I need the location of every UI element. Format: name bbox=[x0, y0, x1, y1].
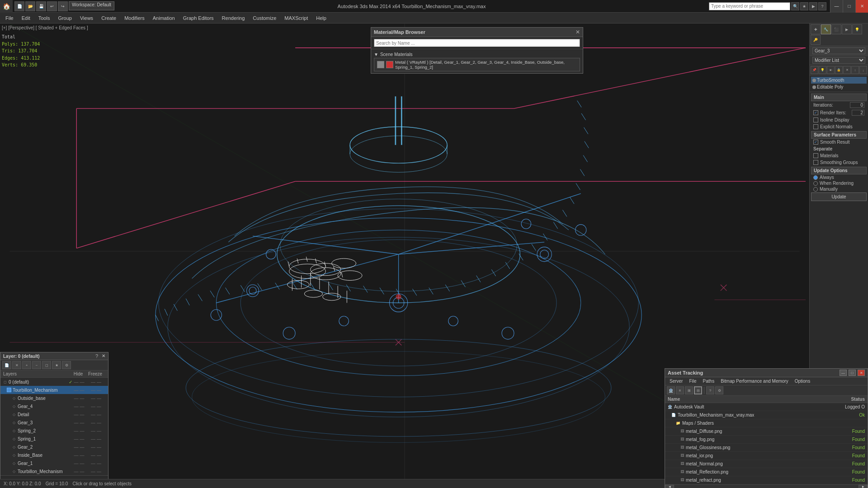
surface-params-header[interactable]: Surface Parameters bbox=[811, 131, 867, 139]
ap-tb-settings-btn[interactable]: ⚙ bbox=[715, 386, 723, 394]
layer-row-outsidebase[interactable]: ◇ Outside_base — — — — bbox=[0, 394, 108, 402]
menu-create[interactable]: Create bbox=[98, 13, 120, 23]
modify-tab-btn[interactable]: 🔧 bbox=[821, 24, 831, 34]
menu-views[interactable]: Views bbox=[76, 13, 97, 23]
asset-tracking-close-btn[interactable]: ✕ bbox=[858, 370, 865, 376]
turbosmooth-modifier-item[interactable]: TurboSmooth bbox=[811, 77, 867, 84]
menu-group[interactable]: Group bbox=[54, 13, 75, 23]
layers-panel-help-btn[interactable]: ? bbox=[95, 353, 98, 359]
editable-poly-modifier-item[interactable]: Editable Poly bbox=[811, 84, 867, 90]
menu-edit[interactable]: Edit bbox=[18, 13, 34, 23]
lp-highlight-btn[interactable]: ★ bbox=[52, 361, 61, 369]
layer-row-spring2[interactable]: ◇ Spring_2 — — — — bbox=[0, 427, 108, 435]
search-help-btn[interactable]: ? bbox=[818, 2, 826, 10]
layers-scrollbar[interactable] bbox=[0, 475, 108, 479]
asset-row-vault[interactable]: 🏦 Autodesk Vault Logged O bbox=[665, 403, 868, 411]
asset-row-diffuse[interactable]: 🖼 metal_Diffuse.png Found bbox=[665, 427, 868, 436]
lp-settings-btn[interactable]: ⚙ bbox=[62, 361, 71, 369]
scene-materials-header[interactable]: ▼ Scene Materials bbox=[374, 51, 580, 58]
asset-tracking-hscroll[interactable]: ◀ ▶ bbox=[665, 484, 868, 488]
manually-radio[interactable] bbox=[813, 187, 818, 192]
redo-btn[interactable]: ↪ bbox=[58, 1, 68, 11]
layer-row-detail[interactable]: ◇ Detail — — — — bbox=[0, 410, 108, 418]
mod-lock-btn[interactable]: 🔒 bbox=[835, 66, 843, 74]
when-rendering-radio[interactable] bbox=[813, 181, 818, 186]
ap-scroll-right-btn[interactable]: ▶ bbox=[859, 485, 868, 488]
close-btn[interactable]: ✕ bbox=[855, 0, 868, 13]
layer-row-gear4[interactable]: ◇ Gear_4 — — — — bbox=[0, 402, 108, 410]
ap-menu-server[interactable]: Server bbox=[667, 378, 685, 384]
isoline-checkbox[interactable] bbox=[813, 117, 818, 122]
ap-menu-file[interactable]: File bbox=[686, 378, 699, 384]
ap-menu-paths[interactable]: Paths bbox=[700, 378, 717, 384]
menu-animation[interactable]: Animation bbox=[149, 13, 179, 23]
layer-row-insidebase[interactable]: ◇ Inside_Base — — — — bbox=[0, 451, 108, 459]
create-tab-btn[interactable]: ✚ bbox=[811, 24, 821, 34]
ap-scroll-left-btn[interactable]: ◀ bbox=[665, 485, 674, 488]
object-name-dropdown[interactable]: Gear_3 bbox=[812, 47, 865, 54]
lp-delete-btn[interactable]: ✕ bbox=[12, 361, 21, 369]
smooth-result-checkbox[interactable]: ✓ bbox=[813, 140, 818, 145]
explicit-normals-checkbox[interactable] bbox=[813, 124, 818, 129]
menu-help[interactable]: Help bbox=[312, 13, 330, 23]
minimize-btn[interactable]: — bbox=[830, 0, 843, 13]
layer-row-tourbillon-mech[interactable]: ◇ Tourbillon_Mechanism — — — — bbox=[0, 467, 108, 475]
render-iters-checkbox[interactable]: ✓ bbox=[813, 110, 818, 115]
update-options-header[interactable]: Update Options bbox=[811, 167, 867, 174]
display-tab-btn[interactable]: 💡 bbox=[852, 24, 862, 34]
mod-show-btn[interactable]: 👁 bbox=[827, 66, 835, 74]
menu-customize[interactable]: Customize bbox=[249, 13, 280, 23]
asset-row-maps[interactable]: 📁 Maps / Shaders bbox=[665, 419, 868, 427]
maximize-btn[interactable]: □ bbox=[843, 0, 855, 13]
ap-tb-vault-btn[interactable]: 🏦 bbox=[667, 386, 675, 394]
save-btn[interactable]: 💾 bbox=[36, 1, 46, 11]
lp-select-btn[interactable]: ◻ bbox=[42, 361, 51, 369]
lp-remove-btn[interactable]: − bbox=[32, 361, 41, 369]
modifier-list-dropdown[interactable]: Modifier List bbox=[812, 57, 865, 64]
mod-delete-btn[interactable]: ✕ bbox=[843, 66, 851, 74]
material-browser-close-btn[interactable]: ✕ bbox=[576, 29, 580, 35]
menu-tools[interactable]: Tools bbox=[35, 13, 54, 23]
iterations-input[interactable] bbox=[850, 102, 864, 108]
smoothing-groups-checkbox[interactable] bbox=[813, 160, 818, 165]
menu-modifiers[interactable]: Modifiers bbox=[121, 13, 148, 23]
layer-row-gear3[interactable]: ◇ Gear_3 — — — — bbox=[0, 418, 108, 427]
search-arrow-btn[interactable]: ▶ bbox=[809, 2, 817, 10]
layer-row-tourbillon[interactable]: Tourbillon_Mechanism — — — — bbox=[0, 386, 108, 394]
mod-pin-btn[interactable]: 📌 bbox=[811, 66, 818, 74]
motion-tab-btn[interactable]: ▶ bbox=[842, 24, 852, 34]
mod-down-btn[interactable]: ↓ bbox=[859, 66, 867, 74]
ap-menu-options[interactable]: Options bbox=[792, 378, 813, 384]
search-input[interactable] bbox=[709, 2, 790, 10]
ap-tb-detail-btn[interactable]: ⊟ bbox=[694, 386, 702, 394]
asset-tracking-minimize-btn[interactable]: — bbox=[840, 370, 847, 376]
menu-file[interactable]: File bbox=[2, 13, 17, 23]
asset-row-fog[interactable]: 🖼 metal_fog.png Found bbox=[665, 436, 868, 444]
mod-up-btn[interactable]: ↑ bbox=[851, 66, 859, 74]
asset-tracking-restore-btn[interactable]: □ bbox=[849, 370, 856, 376]
ap-tb-grid-btn[interactable]: ⊞ bbox=[685, 386, 693, 394]
ap-tb-list-btn[interactable]: ≡ bbox=[676, 386, 684, 394]
undo-btn[interactable]: ↩ bbox=[47, 1, 57, 11]
always-radio[interactable] bbox=[813, 175, 818, 180]
ap-menu-bitmap[interactable]: Bitmap Performance and Memory bbox=[718, 378, 791, 384]
workspace-dropdown[interactable]: Workspace: Default bbox=[69, 1, 114, 10]
hierarchy-tab-btn[interactable]: ⬛ bbox=[831, 24, 841, 34]
layer-row-spring1[interactable]: ◇ Spring_1 — — — — bbox=[0, 435, 108, 443]
menu-maxscript[interactable]: MAXScript bbox=[281, 13, 311, 23]
asset-row-reflection[interactable]: 🖼 metal_Reflection.png Found bbox=[665, 468, 868, 476]
new-btn[interactable]: 📄 bbox=[14, 1, 24, 11]
layer-row-gear2[interactable]: ◇ Gear_2 — — — — bbox=[0, 443, 108, 451]
update-btn[interactable]: Update bbox=[811, 192, 867, 201]
menu-rendering[interactable]: Rendering bbox=[218, 13, 249, 23]
asset-row-glossiness[interactable]: 🖼 metal_Glossiness.png Found bbox=[665, 444, 868, 452]
render-iters-input[interactable] bbox=[852, 110, 864, 116]
turbosmooth-main-header[interactable]: Main bbox=[811, 94, 867, 101]
layer-row-gear1[interactable]: ◇ Gear_1 — — — — bbox=[0, 459, 108, 467]
material-browser-search-input[interactable] bbox=[374, 39, 580, 47]
ap-tb-help-btn[interactable]: ? bbox=[706, 386, 714, 394]
search-go-btn[interactable]: 🔍 bbox=[791, 2, 799, 10]
layer-row-default[interactable]: ◻ 0 (default) ✓ — — — — bbox=[0, 378, 108, 386]
search-bookmark-btn[interactable]: ★ bbox=[800, 2, 808, 10]
materials-checkbox[interactable] bbox=[813, 153, 818, 158]
